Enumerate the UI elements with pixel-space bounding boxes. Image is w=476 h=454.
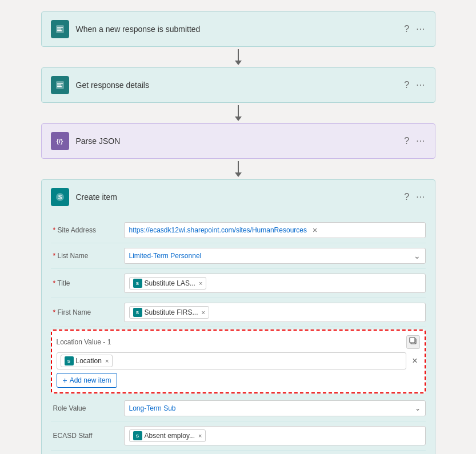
forms-icon-1 — [51, 20, 69, 38]
arrow-2 — [235, 103, 242, 123]
list-name-dropdown[interactable]: Limited-Term Personnel ⌄ — [124, 248, 426, 264]
ecasd-chip-label: Absent employ... — [145, 432, 195, 440]
list-name-chevron[interactable]: ⌄ — [414, 251, 421, 260]
ecasd-staff-value: S Absent employ... × — [124, 426, 426, 445]
json-icon: {/} — [51, 132, 69, 150]
list-name-value: Limited-Term Personnel ⌄ — [124, 248, 426, 264]
first-name-input[interactable]: S Substitute FIRS... × — [124, 303, 426, 322]
sharepoint-icon: S — [51, 188, 69, 206]
first-name-chip-remove[interactable]: × — [202, 309, 205, 316]
site-address-input[interactable]: https://ecasdk12wi.sharepoint.com/sites/… — [124, 222, 426, 238]
svg-text:S: S — [58, 194, 62, 200]
svg-rect-7 — [57, 86, 62, 87]
card-parse-title: Parse JSON — [76, 136, 398, 146]
flow-canvas: When a new response is submitted ? ··· G… — [0, 0, 476, 454]
title-chip: S Substitute LAS... × — [129, 277, 207, 290]
role-value-value: Long-Term Sub ⌄ — [124, 400, 426, 416]
add-new-item-button[interactable]: + Add new item — [57, 373, 118, 388]
location-value-section: Location Value - 1 S Location × — [51, 330, 426, 393]
role-dropdown-chevron[interactable]: ⌄ — [415, 404, 421, 412]
help-icon-1[interactable]: ? — [404, 24, 409, 34]
list-name-label: List Name — [51, 252, 119, 260]
help-icon-3[interactable]: ? — [404, 136, 409, 146]
svg-rect-1 — [57, 27, 63, 28]
ecasd-chip: S Absent employ... × — [129, 429, 206, 442]
svg-rect-11 — [410, 338, 415, 343]
location-clear-all[interactable]: × — [410, 356, 419, 366]
field-role-value: Role Value Long-Term Sub ⌄ — [51, 396, 426, 421]
field-title: Title S Substitute LAS... × — [51, 269, 426, 298]
site-address-text: https://ecasdk12wi.sharepoint.com/sites/… — [129, 226, 307, 234]
location-input-row: S Location × × — [57, 352, 420, 369]
card-parse-actions: ? ··· — [404, 136, 425, 146]
card-create-header: S Create item ? ··· — [51, 188, 426, 206]
svg-rect-3 — [57, 30, 62, 31]
role-dropdown[interactable]: Long-Term Sub ⌄ — [124, 400, 426, 416]
card-create-item: S Create item ? ··· Site Address https:/… — [41, 179, 435, 454]
role-dropdown-text: Long-Term Sub — [129, 404, 176, 412]
first-name-chip-label: Substitute FIRS... — [145, 308, 198, 316]
ecasd-staff-input[interactable]: S Absent employ... × — [124, 426, 426, 445]
add-new-label: Add new item — [70, 376, 111, 384]
more-icon-3[interactable]: ··· — [416, 136, 425, 146]
card-create-actions: ? ··· — [404, 192, 425, 202]
ecasd-chip-icon: S — [133, 431, 142, 440]
forms-icon-2 — [51, 76, 69, 94]
more-icon-4[interactable]: ··· — [416, 192, 425, 202]
location-section-header: Location Value - 1 — [57, 335, 420, 349]
title-chip-icon: S — [133, 279, 142, 288]
card-when-title: When a new response is submitted — [76, 25, 398, 34]
help-icon-4[interactable]: ? — [404, 192, 409, 202]
card-when-new-response: When a new response is submitted ? ··· — [41, 11, 435, 47]
location-chip-icon: S — [65, 356, 74, 365]
role-value-label: Role Value — [51, 404, 119, 412]
card-get-title: Get response details — [76, 81, 398, 90]
card-get-actions: ? ··· — [404, 80, 425, 90]
svg-rect-5 — [57, 83, 63, 84]
title-label: Title — [51, 279, 119, 287]
location-section-label: Location Value - 1 — [57, 338, 111, 346]
title-chip-remove[interactable]: × — [199, 280, 202, 287]
create-item-fields: Site Address https://ecasdk12wi.sharepoi… — [51, 218, 426, 454]
title-value: S Substitute LAS... × — [124, 274, 426, 293]
more-icon-2[interactable]: ··· — [416, 80, 425, 90]
field-grade-level: Grade Level/Content Area S Position × — [51, 451, 426, 454]
first-name-chip: S Substitute FIRS... × — [129, 306, 209, 319]
location-chip-input[interactable]: S Location × — [57, 352, 407, 369]
help-icon-2[interactable]: ? — [404, 80, 409, 90]
title-input[interactable]: S Substitute LAS... × — [124, 274, 426, 293]
location-chip-remove[interactable]: × — [105, 357, 109, 364]
field-site-address: Site Address https://ecasdk12wi.sharepoi… — [51, 218, 426, 243]
card-create-title: Create item — [76, 192, 398, 202]
field-ecasd-staff: ECASD Staff S Absent employ... × — [51, 421, 426, 451]
field-first-name: First Name S Substitute FIRS... × — [51, 298, 426, 327]
svg-rect-2 — [57, 29, 61, 30]
title-chip-label: Substitute LAS... — [145, 279, 195, 287]
location-copy-button[interactable] — [406, 335, 420, 349]
more-icon-1[interactable]: ··· — [416, 24, 425, 34]
list-name-text: Limited-Term Personnel — [129, 252, 202, 260]
arrow-1 — [235, 47, 242, 67]
site-address-label: Site Address — [51, 226, 119, 234]
card-when-actions: ? ··· — [404, 24, 425, 34]
location-chip: S Location × — [61, 355, 113, 367]
site-address-value: https://ecasdk12wi.sharepoint.com/sites/… — [124, 222, 426, 238]
first-name-chip-icon: S — [133, 308, 142, 317]
location-chip-label: Location — [76, 357, 102, 365]
first-name-value: S Substitute FIRS... × — [124, 303, 426, 322]
add-new-plus-icon: + — [63, 376, 67, 385]
arrow-3 — [235, 159, 242, 179]
field-list-name: List Name Limited-Term Personnel ⌄ — [51, 243, 426, 269]
card-parse-json: {/} Parse JSON ? ··· — [41, 123, 435, 159]
card-get-response: Get response details ? ··· — [41, 67, 435, 103]
site-address-clear[interactable]: × — [310, 226, 319, 235]
ecasd-chip-remove[interactable]: × — [198, 432, 202, 439]
ecasd-staff-label: ECASD Staff — [51, 432, 119, 440]
svg-rect-6 — [57, 85, 61, 86]
first-name-label: First Name — [51, 308, 119, 316]
